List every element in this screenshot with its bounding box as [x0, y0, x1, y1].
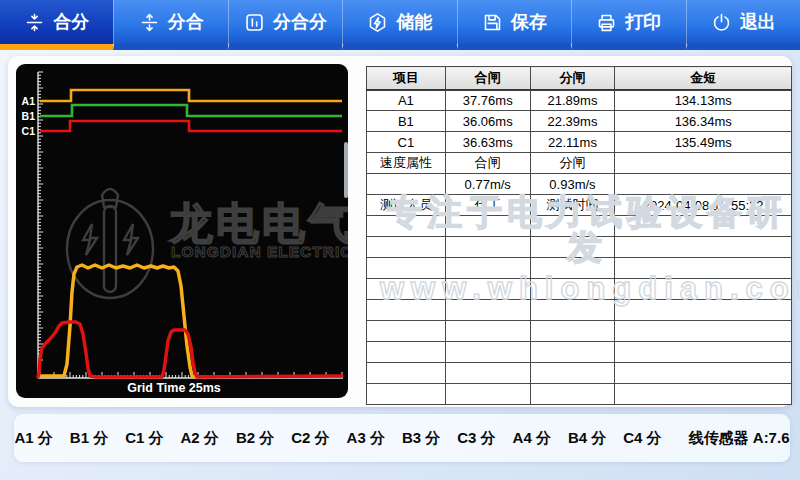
tab-save[interactable]: 保存	[457, 0, 571, 50]
table-cell	[615, 363, 792, 384]
open-icon	[139, 12, 160, 33]
tab-energy-storage[interactable]: 储能	[342, 0, 456, 50]
table-cell: 0.77m/s	[445, 174, 530, 195]
phase-status: B1 分	[70, 429, 108, 448]
watermark-divider	[344, 142, 348, 198]
table-row: B136.06ms22.39ms136.34ms	[367, 111, 792, 132]
svg-text:龙电电气: 龙电电气	[169, 199, 348, 247]
table-cell	[615, 153, 792, 174]
tab-close-open[interactable]: 合分	[0, 0, 113, 50]
table-cell: 2024-04-08 15:55:22	[615, 195, 792, 216]
table-row	[367, 258, 792, 279]
table-cell	[615, 300, 792, 321]
table-cell	[530, 384, 615, 405]
table-cell: A1	[367, 90, 446, 111]
table-cell: 134.13ms	[615, 90, 792, 111]
table-cell	[367, 300, 446, 321]
table-row: 速度属性合闸分闸	[367, 153, 792, 174]
line-sensor-value: 线传感器 A:7.6	[689, 429, 790, 448]
table-cell	[367, 216, 446, 237]
table-cell: 22.39ms	[530, 111, 615, 132]
phase-status: A4 分	[513, 429, 551, 448]
table-row: 0.77m/s0.93m/s	[367, 174, 792, 195]
table-cell: 21.89ms	[530, 90, 615, 111]
table-cell	[445, 216, 530, 237]
save-icon	[482, 12, 503, 33]
tab-exit[interactable]: 退出	[686, 0, 800, 50]
table-cell	[615, 174, 792, 195]
table-cell: 测试时间	[530, 195, 615, 216]
column-header: 分闸	[530, 67, 615, 90]
table-cell	[530, 237, 615, 258]
table-cell	[530, 300, 615, 321]
table-cell: 22.11ms	[530, 132, 615, 153]
tab-label: 分合分	[273, 10, 327, 34]
table-cell	[615, 237, 792, 258]
table-cell	[445, 342, 530, 363]
table-row	[367, 300, 792, 321]
table-cell	[445, 258, 530, 279]
table-row: C136.63ms22.11ms135.49ms	[367, 132, 792, 153]
table-row: A137.76ms21.89ms134.13ms	[367, 90, 792, 111]
tab-label: 保存	[511, 10, 547, 34]
table-cell	[367, 384, 446, 405]
table-cell	[367, 342, 446, 363]
phase-status: A1 分	[15, 429, 53, 448]
table-cell	[530, 216, 615, 237]
table-row	[367, 279, 792, 300]
tab-close-open-close[interactable]: 分合分	[228, 0, 342, 50]
table-row	[367, 363, 792, 384]
phase-status: A3 分	[347, 429, 385, 448]
table-cell	[615, 279, 792, 300]
table-cell: 37.76ms	[445, 90, 530, 111]
table-cell	[615, 321, 792, 342]
table-cell: 135.49ms	[615, 132, 792, 153]
table-row	[367, 216, 792, 237]
digital-trace-A1	[40, 90, 342, 101]
table-cell	[445, 384, 530, 405]
table-cell: B1	[367, 111, 446, 132]
main-card: 龙电电气LONGDIAN ELECTRICA1B1C1Grid Time 25m…	[8, 56, 792, 407]
results-table: 项目合闸分闸金短 A137.76ms21.89ms134.13msB136.06…	[366, 66, 792, 405]
tab-label: 退出	[740, 10, 776, 34]
table-cell: 36.06ms	[445, 111, 530, 132]
table-cell: 测试人员	[367, 195, 446, 216]
brand-logo-watermark: 龙电电气LONGDIAN ELECTRIC	[67, 189, 348, 298]
table-cell	[445, 300, 530, 321]
digital-trace-B1	[40, 105, 342, 116]
table-cell: 速度属性	[367, 153, 446, 174]
phase-status: B2 分	[236, 429, 274, 448]
table-cell	[367, 321, 446, 342]
tab-open-close[interactable]: 分合	[113, 0, 227, 50]
table-cell: 36.63ms	[445, 132, 530, 153]
table-cell	[367, 258, 446, 279]
table-cell	[530, 363, 615, 384]
table-cell	[445, 237, 530, 258]
table-cell	[445, 279, 530, 300]
table-cell	[445, 363, 530, 384]
top-nav: 合分分合分合分储能保存打印退出	[0, 0, 800, 50]
column-header: 合闸	[445, 67, 530, 90]
column-header: 金短	[615, 67, 792, 90]
phase-status: C4 分	[623, 429, 661, 448]
table-header-row: 项目合闸分闸金短	[367, 67, 792, 90]
table-cell	[530, 258, 615, 279]
digital-trace-C1	[40, 121, 342, 131]
status-bar: A1 分B1 分C1 分A2 分B2 分C2 分A3 分B3 分C3 分A4 分…	[14, 414, 790, 462]
table-cell	[530, 279, 615, 300]
table-cell	[367, 174, 446, 195]
phase-status: C1 分	[125, 429, 163, 448]
print-icon	[596, 12, 617, 33]
column-header: 项目	[367, 67, 446, 90]
table-cell	[615, 258, 792, 279]
waveform-chart-panel: 龙电电气LONGDIAN ELECTRICA1B1C1Grid Time 25m…	[16, 64, 348, 398]
tab-print[interactable]: 打印	[571, 0, 685, 50]
tab-label: 储能	[396, 10, 432, 34]
table-cell	[530, 321, 615, 342]
table-cell	[615, 384, 792, 405]
phase-status: C3 分	[457, 429, 495, 448]
table-row	[367, 342, 792, 363]
table-cell	[367, 237, 446, 258]
table-cell: 0.93m/s	[530, 174, 615, 195]
tab-label: 分合	[168, 10, 204, 34]
